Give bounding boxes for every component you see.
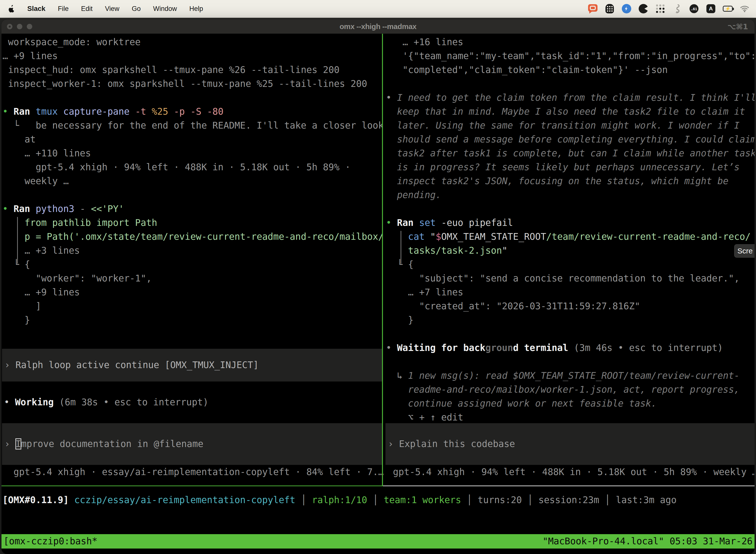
text-segment: python3: [36, 204, 80, 214]
menu-item-window[interactable]: Window: [153, 5, 177, 13]
terminal-line: inspect task2's JSON, focusing on the st…: [386, 174, 755, 188]
terminal-line: ⌥ + ↑ edit: [386, 410, 755, 425]
terminal-line: • I need to get the claim token from the…: [386, 91, 755, 105]
badge-61-shape: ..61: [690, 4, 698, 13]
working-status-line: • Working (6m 38s • esc to interrupt): [4, 395, 208, 409]
window-shortcut-badge: ⌥⌘1: [728, 19, 748, 34]
terminal-line: "completed","claim_token":"claim-token"}…: [386, 63, 755, 77]
text-segment: tasks/task-2.json: [386, 245, 502, 256]
blue-bolt-icon[interactable]: [622, 4, 631, 14]
wifi-icon[interactable]: [740, 4, 750, 14]
terminal-line: from pathlib import Path: [2, 216, 382, 230]
terminal-line: • Ran set -euo pipefail: [386, 216, 755, 230]
desktop: Slack File Edit View Go Window Help: [0, 0, 756, 554]
text-segment: /team/review-current-readme-and-reco/: [546, 231, 751, 242]
terminal-line: weekly …: [2, 174, 382, 188]
tmux-pane-right[interactable]: … +16 lines '{"team_name":"my-team","tas…: [386, 35, 755, 486]
letter-a-icon[interactable]: A: [706, 4, 716, 14]
text-segment: keep that in mind. Maybe I also need the…: [386, 106, 745, 117]
terminal-line: … +9 lines: [2, 49, 382, 63]
terminal-line: "created_at": "2026-03-31T11:59:27.816Z": [386, 299, 755, 313]
battery-shape: ⚡: [723, 6, 733, 12]
terminal-line: • Waiting for background terminal (3m 46…: [386, 341, 755, 355]
text-segment: later. Using the same for transition mig…: [386, 120, 740, 131]
text-segment: •: [2, 106, 14, 117]
terminal-line: [2, 188, 382, 202]
text-segment: Ran: [14, 106, 36, 117]
text-segment: workspace_mode: worktree: [2, 37, 141, 47]
text-segment: %25: [151, 106, 174, 117]
text-segment: "completed","claim_token":"claim-token"}…: [386, 64, 668, 75]
menu-item-view[interactable]: View: [105, 5, 119, 13]
terminal-line: later. Using the same for transition mig…: [386, 119, 755, 132]
model-status-right: gpt-5.4 xhigh · 94% left · 488K in · 5.1…: [387, 465, 755, 479]
menu-bar-left: Slack File Edit View Go Window Help: [0, 5, 203, 13]
pane-divider-vertical[interactable]: [382, 34, 383, 486]
prompt-input-left[interactable]: › Improve documentation in @filename: [2, 423, 382, 465]
text-segment: ›: [388, 439, 399, 449]
text-segment: continue assigned work or next feasible …: [386, 398, 657, 409]
text-segment: should send a message before completing …: [386, 134, 755, 145]
text-segment: ›: [4, 439, 16, 449]
terminal-line: is in progress? It seems likely but perh…: [386, 160, 755, 174]
terminal-line: … +3 lines: [2, 244, 382, 258]
terminal-line: ↳ 1 new msg(s): read $OMX_TEAM_STATE_ROO…: [386, 369, 755, 383]
tmux-pane-left[interactable]: workspace_mode: worktree… +9 lines inspe…: [2, 35, 382, 486]
prompt-text-left: › Improve documentation in @filename: [2, 437, 203, 451]
terminal-line: inspect_worker-1: omx sparkshell --tmux-…: [2, 77, 382, 91]
dark-crescent-icon[interactable]: [638, 4, 648, 14]
tmux-status-bar[interactable]: [omx-cczip0:bash* "MacBook-Pro-44.local"…: [1, 534, 755, 549]
apple-menu-icon[interactable]: [8, 5, 15, 12]
text-segment: •: [2, 204, 14, 214]
text-segment: is in progress? It seems likely but perh…: [386, 162, 740, 172]
text-segment: }: [2, 315, 30, 325]
dots-grid-shape: [656, 4, 665, 13]
terminal-line: [386, 355, 755, 369]
menu-item-go[interactable]: Go: [132, 5, 141, 13]
terminal-line: }: [386, 313, 755, 327]
menu-bar: Slack File Edit View Go Window Help: [0, 0, 756, 18]
text-segment: OMX_TEAM_STATE_ROOT: [441, 231, 546, 242]
text-segment: … +16 lines: [386, 37, 463, 47]
prompt-input-right[interactable]: › Explain this codebase: [385, 423, 755, 465]
terminal-line: [386, 327, 755, 341]
terminal-window: omx --xhigh --madmax ⌥⌘1 workspace_mode:…: [1, 19, 755, 554]
text-segment: Ran: [14, 204, 36, 214]
menu-item-app[interactable]: Slack: [27, 5, 45, 13]
text-segment: '{"team_name":"my-team","task_id":"1","f…: [386, 51, 755, 61]
text-segment: │: [296, 495, 312, 505]
text-segment: └ {: [2, 259, 30, 270]
terminal-content: workspace_mode: worktree… +9 lines inspe…: [1, 34, 755, 554]
text-segment: ": [430, 231, 436, 242]
text-segment: $: [436, 231, 441, 242]
text-segment: }: [386, 315, 414, 325]
text-segment: •: [386, 217, 397, 228]
badge-61-icon[interactable]: ..61: [689, 4, 699, 14]
battery-icon[interactable]: ⚡: [723, 4, 733, 14]
text-segment: ralph:1/10: [312, 495, 367, 505]
dots-grid-icon[interactable]: [655, 4, 665, 14]
menu-bar-status-icons: ..61 A ⚡: [588, 4, 756, 14]
text-segment: -S: [190, 106, 207, 117]
terminal-line: workspace_mode: worktree: [2, 35, 382, 49]
prompt-text-right: › Explain this codebase: [385, 437, 515, 451]
text-segment: "worker": "worker-1",: [2, 273, 151, 284]
title-bar[interactable]: omx --xhigh --madmax ⌥⌘1: [1, 19, 755, 34]
text-segment: pending.: [386, 189, 441, 200]
orange-chat-icon[interactable]: [588, 4, 598, 14]
terminal-line: └ be necessary for the end of the README…: [2, 119, 382, 132]
squiggle-icon[interactable]: [672, 4, 682, 14]
text-segment: •: [386, 92, 397, 103]
menu-item-edit[interactable]: Edit: [81, 5, 93, 13]
menu-item-file[interactable]: File: [58, 5, 69, 13]
menu-item-help[interactable]: Help: [189, 5, 203, 13]
terminal-line: should send a message before completing …: [386, 132, 755, 147]
text-segment: weekly …: [2, 176, 69, 186]
text-segment: •: [386, 342, 397, 353]
keypad-shield-icon[interactable]: [605, 4, 615, 14]
text-segment: ]: [2, 301, 41, 312]
text-segment: … +9 lines: [2, 287, 80, 297]
indent-guide: [17, 217, 18, 264]
text-segment: Waiting for back: [397, 342, 485, 353]
text-segment: task2 after task1 is complete, but can I…: [386, 148, 755, 159]
